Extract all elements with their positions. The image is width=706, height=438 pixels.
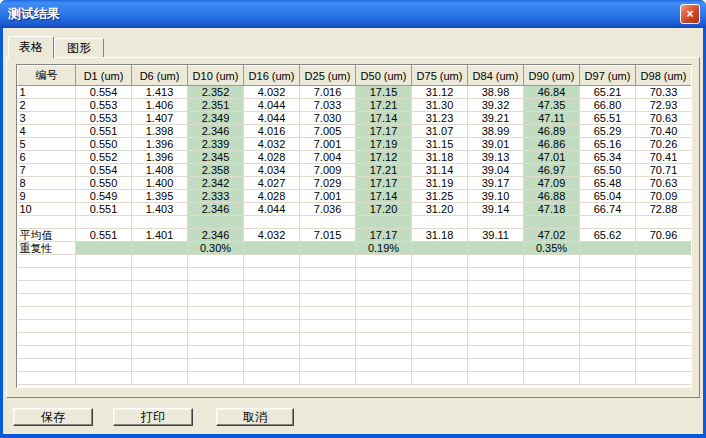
value-cell <box>188 255 244 268</box>
column-header[interactable]: D84 (um) <box>468 66 524 86</box>
table-row-average[interactable]: 平均值0.5511.4012.3464.0327.01517.1731.1839… <box>18 229 692 242</box>
value-cell: 46.86 <box>524 138 580 151</box>
value-cell <box>524 307 580 320</box>
value-cell: 31.25 <box>412 190 468 203</box>
column-header[interactable]: D75 (um) <box>412 66 468 86</box>
table-row-trailing[interactable] <box>18 268 692 281</box>
value-cell <box>356 307 412 320</box>
value-cell: 39.11 <box>468 229 524 242</box>
table-row-data[interactable]: 70.5541.4082.3584.0347.00917.2131.1439.0… <box>18 164 692 177</box>
table-row-spacer[interactable] <box>18 216 692 229</box>
print-button[interactable]: 打印 <box>113 408 193 426</box>
value-cell <box>76 346 132 359</box>
table-row-data[interactable]: 100.5511.4032.3464.0447.03617.2031.2039.… <box>18 203 692 216</box>
column-header[interactable]: D1 (um) <box>76 66 132 86</box>
table-row-data[interactable]: 60.5521.3962.3454.0287.00417.1231.1839.1… <box>18 151 692 164</box>
column-header[interactable]: D98 (um) <box>636 66 692 86</box>
value-cell: 17.17 <box>356 177 412 190</box>
table-row-data[interactable]: 50.5501.3962.3394.0327.00117.1931.1539.0… <box>18 138 692 151</box>
value-cell: 4.044 <box>244 203 300 216</box>
value-cell: 65.50 <box>580 164 636 177</box>
value-cell <box>76 307 132 320</box>
cancel-button[interactable]: 取消 <box>216 408 294 426</box>
row-label-cell: 1 <box>18 86 76 99</box>
value-cell <box>412 333 468 346</box>
value-cell: 0.553 <box>76 99 132 112</box>
value-cell <box>300 281 356 294</box>
value-cell <box>524 359 580 372</box>
table-row-repeatability[interactable]: 重复性0.30%0.19%0.35% <box>18 242 692 255</box>
value-cell: 17.14 <box>356 112 412 125</box>
table-row-trailing[interactable] <box>18 320 692 333</box>
table-row-trailing[interactable] <box>18 255 692 268</box>
column-header[interactable]: D6 (um) <box>132 66 188 86</box>
close-button[interactable]: × <box>680 4 700 24</box>
column-header[interactable]: D90 (um) <box>524 66 580 86</box>
value-cell: 39.32 <box>468 99 524 112</box>
value-cell: 0.554 <box>76 164 132 177</box>
value-cell: 70.63 <box>636 177 692 190</box>
table-row-data[interactable]: 40.5511.3982.3464.0167.00517.1731.0738.9… <box>18 125 692 138</box>
column-header-label[interactable]: 编号 <box>18 66 76 86</box>
value-cell <box>188 372 244 385</box>
value-cell: 2.349 <box>188 112 244 125</box>
value-cell: 0.549 <box>76 190 132 203</box>
value-cell: 65.29 <box>580 125 636 138</box>
value-cell <box>468 255 524 268</box>
value-cell: 17.21 <box>356 164 412 177</box>
value-cell: 17.15 <box>356 86 412 99</box>
table-row-trailing[interactable] <box>18 307 692 320</box>
value-cell <box>636 372 692 385</box>
value-cell: 70.71 <box>636 164 692 177</box>
value-cell <box>300 307 356 320</box>
table-row-trailing[interactable] <box>18 333 692 346</box>
value-cell <box>524 346 580 359</box>
value-cell <box>244 320 300 333</box>
row-label-cell <box>18 281 76 294</box>
row-label-cell: 2 <box>18 99 76 112</box>
value-cell <box>300 359 356 372</box>
value-cell <box>244 242 300 255</box>
value-cell: 1.407 <box>132 112 188 125</box>
value-cell: 17.17 <box>356 229 412 242</box>
column-header[interactable]: D16 (um) <box>244 66 300 86</box>
table-row-data[interactable]: 30.5531.4072.3494.0447.03017.1431.2339.2… <box>18 112 692 125</box>
row-label-cell: 6 <box>18 151 76 164</box>
tab-graph[interactable]: 图形 <box>54 38 104 58</box>
value-cell <box>468 372 524 385</box>
save-button[interactable]: 保存 <box>13 408 93 426</box>
value-cell: 31.14 <box>412 164 468 177</box>
column-header[interactable]: D97 (um) <box>580 66 636 86</box>
table-row-trailing[interactable] <box>18 281 692 294</box>
column-header[interactable]: D50 (um) <box>356 66 412 86</box>
table-row-data[interactable]: 10.5541.4132.3524.0327.01617.1531.1238.9… <box>18 86 692 99</box>
table-row-data[interactable]: 90.5491.3952.3334.0287.00117.1431.2539.1… <box>18 190 692 203</box>
value-cell <box>188 320 244 333</box>
column-header[interactable]: D10 (um) <box>188 66 244 86</box>
value-cell <box>580 333 636 346</box>
value-cell: 0.19% <box>356 242 412 255</box>
value-cell <box>524 216 580 229</box>
value-cell <box>468 333 524 346</box>
value-cell <box>244 307 300 320</box>
value-cell: 39.04 <box>468 164 524 177</box>
table-row-data[interactable]: 80.5501.4002.3424.0277.02917.1731.1939.1… <box>18 177 692 190</box>
value-cell: 47.01 <box>524 151 580 164</box>
table-row-trailing[interactable] <box>18 359 692 372</box>
table-row-trailing[interactable] <box>18 372 692 385</box>
window-title: 测试结果 <box>8 0 60 27</box>
tab-table[interactable]: 表格 <box>8 36 54 58</box>
value-cell <box>244 372 300 385</box>
value-cell <box>188 216 244 229</box>
value-cell <box>300 372 356 385</box>
table-row-trailing[interactable] <box>18 294 692 307</box>
value-cell: 7.016 <box>300 86 356 99</box>
value-cell <box>412 216 468 229</box>
value-cell: 2.342 <box>188 177 244 190</box>
value-cell: 66.80 <box>580 99 636 112</box>
value-cell <box>636 294 692 307</box>
column-header[interactable]: D25 (um) <box>300 66 356 86</box>
titlebar[interactable]: 测试结果 × <box>0 0 706 28</box>
table-row-trailing[interactable] <box>18 346 692 359</box>
table-row-data[interactable]: 20.5531.4062.3514.0447.03317.2131.3039.3… <box>18 99 692 112</box>
